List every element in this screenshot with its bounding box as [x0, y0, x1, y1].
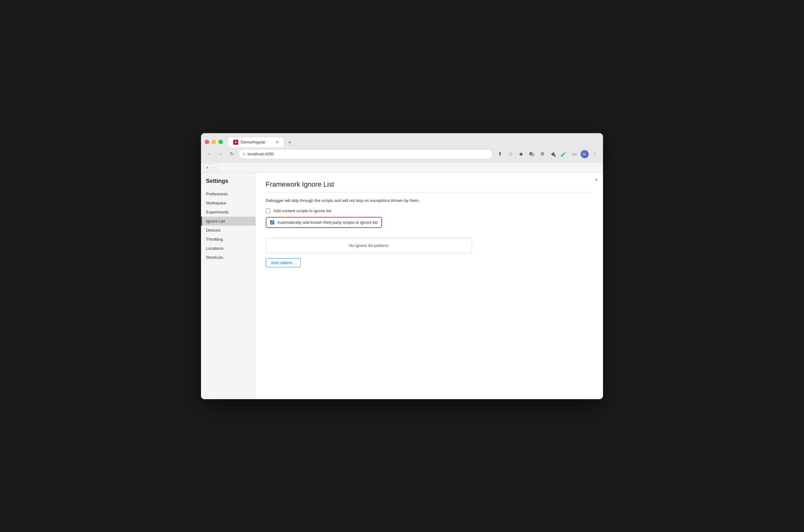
share-icon[interactable]: ⬆: [496, 150, 504, 158]
sidebar-item-devices[interactable]: Devices: [201, 226, 255, 235]
extension2-icon[interactable]: 🎭: [528, 150, 536, 158]
sidebar-item-throttling[interactable]: Throttling: [201, 235, 255, 244]
page-title: Framework Ignore List: [266, 180, 593, 189]
extension4-icon[interactable]: 🔌: [549, 150, 557, 158]
profile-avatar[interactable]: U: [580, 150, 589, 158]
close-traffic-light[interactable]: [205, 140, 209, 144]
sidebar-item-locations[interactable]: Locations: [201, 244, 255, 253]
sidebar-item-experiments[interactable]: Experiments: [201, 208, 255, 216]
minimize-traffic-light[interactable]: [212, 140, 216, 144]
forward-button[interactable]: →: [216, 150, 225, 158]
back-button[interactable]: ←: [205, 150, 213, 158]
devtools-content: Settings Preferences Workspace Experimen…: [201, 173, 603, 399]
zoom-controls: + -: [204, 164, 218, 171]
extension3-icon[interactable]: ⚙: [538, 150, 547, 158]
zoom-out-button[interactable]: -: [211, 164, 218, 171]
settings-title: Settings: [201, 178, 255, 189]
sidebar-item-preferences[interactable]: Preferences: [201, 189, 255, 198]
sidebar-item-workspace[interactable]: Workspace: [201, 198, 255, 208]
devtools-top-bar: + -: [201, 163, 603, 173]
sidebar-item-label-throttling: Throttling: [206, 237, 223, 242]
new-tab-button[interactable]: +: [285, 138, 294, 147]
no-patterns-text: No ignore list patterns: [349, 243, 388, 248]
sidebar-item-label-experiments: Experiments: [206, 210, 229, 214]
extension5-icon[interactable]: 🧪: [559, 150, 568, 158]
browser-window: A DemoAngular × + ← → ↻ ⊙ localhost:4200…: [201, 133, 603, 399]
sidebar-item-shortcuts[interactable]: Shortcuts: [201, 253, 255, 262]
tab-title: DemoAngular: [241, 140, 273, 145]
more-options-icon[interactable]: ⋮: [591, 150, 599, 158]
sidebar-item-ignore-list[interactable]: Ignore List: [201, 216, 255, 226]
add-content-scripts-row: Add content scripts to ignore list: [266, 208, 593, 213]
close-settings-button[interactable]: ×: [595, 177, 598, 183]
sidebar-item-label-shortcuts: Shortcuts: [206, 255, 223, 260]
sidebar-item-label-preferences: Preferences: [206, 192, 228, 196]
tab-close-button[interactable]: ×: [276, 140, 279, 145]
sidebar-icon[interactable]: ▭: [570, 150, 579, 158]
zoom-in-button[interactable]: +: [204, 164, 211, 171]
maximize-traffic-light[interactable]: [218, 140, 223, 144]
settings-main: × Framework Ignore List Debugger will sk…: [256, 173, 603, 399]
toolbar-icons: ⬆ ☆ ☻ 🎭 ⚙ 🔌 🧪 ▭ U ⋮: [496, 150, 599, 158]
add-content-scripts-checkbox[interactable]: [266, 208, 270, 213]
add-content-scripts-label[interactable]: Add content scripts to ignore list: [273, 208, 331, 213]
auto-add-third-party-row: Automatically add known third-party scri…: [266, 217, 382, 228]
bookmark-icon[interactable]: ☆: [506, 150, 515, 158]
auto-add-third-party-checkbox[interactable]: [270, 220, 274, 224]
auto-add-third-party-label[interactable]: Automatically add known third-party scri…: [277, 220, 378, 225]
sidebar-item-label-ignore-list: Ignore List: [206, 219, 225, 224]
browser-chrome: A DemoAngular × + ← → ↻ ⊙ localhost:4200…: [201, 133, 603, 163]
traffic-lights: [205, 140, 223, 144]
settings-sidebar: Settings Preferences Workspace Experimen…: [201, 173, 256, 399]
tab-favicon: A: [233, 140, 238, 145]
sidebar-item-label-locations: Locations: [206, 246, 224, 251]
extension1-icon[interactable]: ☻: [517, 150, 525, 158]
devtools-panel: + - Settings Preferences Workspace Exper…: [201, 163, 603, 399]
page-divider: [266, 192, 593, 193]
sidebar-item-label-devices: Devices: [206, 228, 221, 232]
address-bar-row: ← → ↻ ⊙ localhost:4200 ⬆ ☆ ☻ 🎭 ⚙ 🔌 🧪 ▭ U…: [201, 147, 603, 162]
sidebar-item-label-workspace: Workspace: [206, 201, 226, 205]
add-pattern-button[interactable]: Add pattern...: [266, 258, 301, 267]
reload-button[interactable]: ↻: [227, 150, 236, 158]
address-text: localhost:4200: [248, 152, 274, 156]
location-icon: ⊙: [243, 152, 246, 156]
browser-tab[interactable]: A DemoAngular ×: [228, 137, 284, 147]
title-bar: A DemoAngular × +: [201, 133, 603, 147]
page-description: Debugger will skip through the scripts a…: [266, 197, 593, 204]
tab-bar: A DemoAngular × +: [228, 137, 591, 147]
ignore-list-patterns-box: No ignore list patterns: [266, 238, 472, 253]
address-bar[interactable]: ⊙ localhost:4200: [238, 149, 493, 159]
